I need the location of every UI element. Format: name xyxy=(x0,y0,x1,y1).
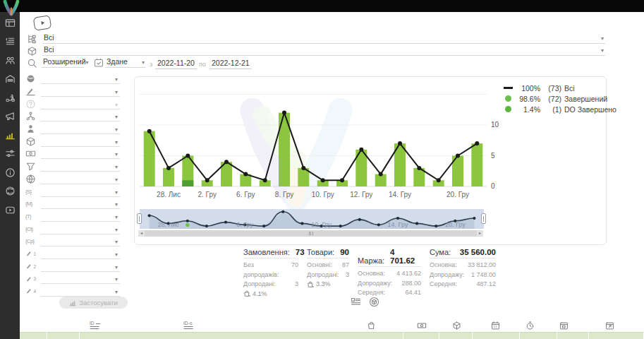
filter-select-pen-3[interactable]: ▾ xyxy=(41,273,120,284)
stats-sublabel: Основна: xyxy=(430,261,457,270)
utm-campaign-icon: {Cp} xyxy=(25,237,36,246)
stats-subvalue: 487.12 xyxy=(476,280,496,290)
svg-text:28. Лис: 28. Лис xyxy=(157,191,181,198)
stats-percent-value: 3.3% xyxy=(316,280,331,290)
scrollbar-thumb[interactable] xyxy=(145,230,477,237)
svg-text:6. Гру: 6. Гру xyxy=(236,191,255,198)
table-row[interactable] xyxy=(20,332,644,339)
navigator-left-handle[interactable] xyxy=(137,213,142,224)
date-from-input[interactable]: 2022-11-20 xyxy=(155,59,197,69)
product-box-icon xyxy=(25,136,36,146)
chevron-down-icon: ▾ xyxy=(115,165,118,170)
filter-row-structure: ▾ xyxy=(25,110,120,123)
stats-subvalue: 4 413.62 xyxy=(396,269,421,279)
filter-select-utm-source[interactable]: ▾ xyxy=(41,186,120,197)
filter-select-utm-term[interactable]: ▾ xyxy=(41,211,120,222)
filter-row-signature: ▾ xyxy=(25,85,120,98)
stats-subrow: Допродані:3 xyxy=(243,280,298,290)
cube-icon[interactable] xyxy=(452,321,461,331)
id-o-lines-icon[interactable]: ID-o xyxy=(182,321,198,331)
product-circle-icon[interactable] xyxy=(369,297,379,307)
filter-select-planet[interactable]: ▾ xyxy=(41,73,120,84)
chevron-down-icon: ▾ xyxy=(115,290,118,295)
stats-value: 73 xyxy=(296,248,305,256)
scrollbar-track[interactable] xyxy=(145,230,477,237)
chevron-down-icon: ▾ xyxy=(115,177,118,183)
chevron-down-icon: ▾ xyxy=(115,114,118,120)
filter-select-pen-4[interactable]: ▾ xyxy=(41,286,120,297)
chevron-down-icon: ▾ xyxy=(115,90,118,95)
bag-icon[interactable] xyxy=(367,321,376,331)
product-filter-input[interactable]: Всі ▾ xyxy=(42,44,605,56)
filter-row-utm-campaign: {Cp}▾ xyxy=(25,235,120,248)
scroll-right-arrow[interactable]: ▸ xyxy=(477,230,483,237)
filter-select-utm-campaign[interactable]: ▾ xyxy=(41,236,120,246)
banknote-icon[interactable] xyxy=(417,321,427,331)
search-mode-select[interactable]: Розширений ▾ xyxy=(42,57,84,68)
calendar-in-icon[interactable] xyxy=(559,321,569,331)
date-type-select[interactable]: Здане ▾ xyxy=(105,57,146,68)
filter-select-structure[interactable]: ▾ xyxy=(41,111,120,121)
stats-header: Замовлення:73 xyxy=(243,248,298,258)
filter-select-web-globe[interactable]: ▾ xyxy=(41,174,120,184)
report-list-icon[interactable] xyxy=(351,297,361,307)
legend-label: DO Завершено xyxy=(564,105,616,114)
sidebar-item-info[interactable] xyxy=(0,163,20,182)
sidebar-item-settings[interactable] xyxy=(0,145,20,164)
scroll-left-arrow[interactable]: ◂ xyxy=(138,230,145,237)
sidebar-item-orders[interactable] xyxy=(0,32,20,52)
chevron-down-icon: ▾ xyxy=(601,36,604,42)
filter-select-utm-content[interactable]: ▾ xyxy=(41,224,120,234)
category-filter-input[interactable]: Всі ▾ xyxy=(42,32,605,44)
calendar-check-icon xyxy=(94,58,104,69)
chart-navigator[interactable]: 28. Лис6. Гру10. Гру14. Гру20. Гру xyxy=(140,209,484,229)
svg-text:10. Гру: 10. Гру xyxy=(312,191,334,198)
sidebar-item-marketing[interactable] xyxy=(0,107,20,126)
calendar-date-icon[interactable]: 17 xyxy=(491,321,500,331)
sidebar-item-warehouse[interactable] xyxy=(0,70,20,89)
stats-upsell-percent: 3.3% xyxy=(307,280,349,290)
calendar-out-icon[interactable] xyxy=(605,321,614,331)
svg-text:ID-o: ID-o xyxy=(183,321,193,326)
filter-select-utm-medium[interactable]: ▾ xyxy=(41,198,120,209)
filter-select-signature[interactable]: ▾ xyxy=(41,86,120,97)
orders-chart[interactable]: 28. Лис2. Гру6. Гру8. Гру10. Гру12. Гру1… xyxy=(140,81,487,202)
stats-header: Маржа:4 701.62 xyxy=(358,248,421,267)
legend-percent: 98.6% xyxy=(518,95,543,103)
sidebar-item-sync[interactable] xyxy=(0,182,20,201)
legend-item-0[interactable]: 100%(73)Всі xyxy=(504,83,616,93)
video-help-button[interactable] xyxy=(33,15,52,31)
pen-4-icon: 4 xyxy=(25,287,36,297)
navigator-right-handle[interactable] xyxy=(481,213,486,224)
stats-subrow: Допродані:3 xyxy=(307,270,349,280)
y-tick-0: 0 xyxy=(491,182,495,190)
sidebar-item-statistics[interactable] xyxy=(0,126,20,145)
filter-select-user[interactable]: ▾ xyxy=(41,124,120,134)
date-to-input[interactable]: 2022-12-21 xyxy=(209,59,252,69)
id-lines-icon[interactable]: ID xyxy=(89,321,103,331)
stats-subrow: Без допродажів:70 xyxy=(243,261,298,280)
legend-item-2[interactable]: 1.4%(1)DO Завершено xyxy=(504,104,616,114)
sidebar-item-delivery[interactable] xyxy=(0,88,20,107)
stopwatch-icon[interactable] xyxy=(525,321,535,331)
sidebar-item-clients[interactable] xyxy=(0,51,20,70)
chevron-down-icon: ▾ xyxy=(115,127,118,133)
svg-text:ID: ID xyxy=(90,321,95,326)
filter-select-funnel[interactable]: ▾ xyxy=(41,161,120,172)
stats-subrow: Допродажу:288.00 xyxy=(358,279,421,289)
topbar xyxy=(0,0,644,12)
filter-select-banknote[interactable]: ▾ xyxy=(41,148,120,159)
table-cell-5 xyxy=(473,332,520,339)
filter-select-product-box[interactable]: ▾ xyxy=(41,136,120,147)
filter-select-pen-2[interactable]: ▾ xyxy=(41,261,120,272)
chevron-down-icon: ▾ xyxy=(115,265,118,270)
filter-select-pen-1[interactable]: ▾ xyxy=(41,249,120,259)
sidebar-item-video-tutorials[interactable] xyxy=(0,201,20,220)
legend-item-1[interactable]: 98.6%(72)Завершений xyxy=(504,93,616,104)
filter-row-utm-medium: {M}▾ xyxy=(25,198,120,210)
filter-select-question[interactable]: ▾ xyxy=(41,99,120,109)
table-cell-4 xyxy=(439,332,473,339)
category-icon xyxy=(27,34,37,44)
app-logo[interactable] xyxy=(2,0,20,16)
apply-filters-button[interactable]: Застосувати xyxy=(59,297,128,309)
